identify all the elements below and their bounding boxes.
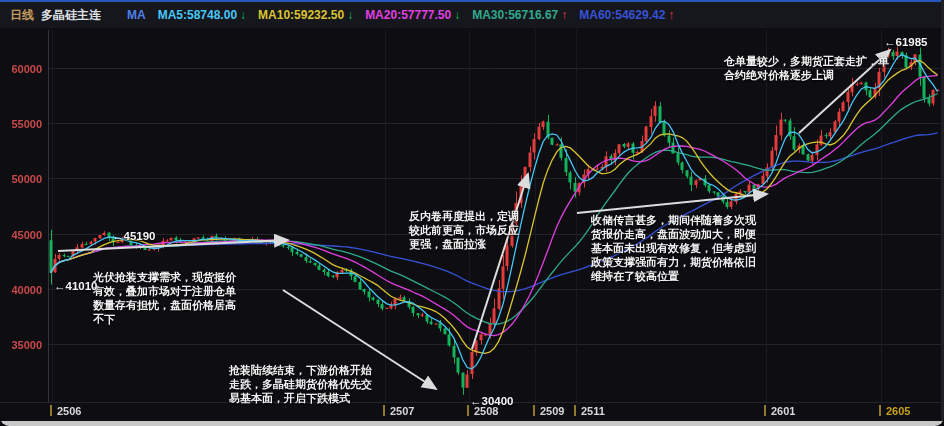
ma60-readout: MA60:54629.42 <box>579 8 665 22</box>
ma60-trend-arrow-icon: ↑ <box>668 8 674 22</box>
ma20-readout: MA20:57777.50 <box>365 8 451 22</box>
ma5-trend-arrow-icon: ↓ <box>240 8 246 22</box>
app-window: 光伏抢装支撑需求，现货挺价 有效，叠加市场对于注册仓单 数量存有担忧，盘面价格居… <box>0 0 944 426</box>
candlestick-chart-canvas[interactable] <box>0 0 944 426</box>
ma10-readout: MA10:59232.50 <box>258 8 344 22</box>
window-bottom-edge <box>0 421 944 426</box>
ma30-trend-arrow-icon: ↑ <box>561 8 567 22</box>
symbol-name[interactable]: 多晶硅主连 <box>41 7 101 24</box>
ma-indicator-label: MA <box>127 8 146 22</box>
ma5-readout: MA5:58748.00 <box>158 8 237 22</box>
ma30-readout: MA30:56716.67 <box>472 8 558 22</box>
chart-header: 日线 多晶硅主连 MA MA5:58748.00 ↓ MA10:59232.50… <box>0 2 944 28</box>
timeframe-label[interactable]: 日线 <box>10 7 34 24</box>
ma20-trend-arrow-icon: ↓ <box>454 8 460 22</box>
ma10-trend-arrow-icon: ↓ <box>347 8 353 22</box>
